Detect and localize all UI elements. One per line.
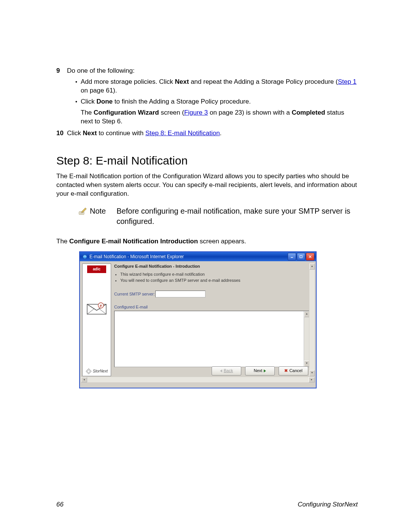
step-list: 9 Do one of the following: • Add more st… <box>56 67 358 138</box>
scroll-up-icon[interactable]: ▴ <box>309 264 315 270</box>
figure3-link[interactable]: Figure 3 <box>184 109 208 116</box>
step-9: 9 Do one of the following: • Add more st… <box>56 67 358 126</box>
maximize-button[interactable] <box>297 253 305 260</box>
section-heading: Step 8: E-mail Notification <box>56 153 358 169</box>
window-title: E-mail Notification - Microsoft Internet… <box>89 254 184 260</box>
scroll-up-icon[interactable]: ▴ <box>304 311 309 317</box>
step-9-bullet-2: • Click Done to finish the Adding a Stor… <box>75 97 358 126</box>
close-button[interactable] <box>306 253 314 260</box>
configured-email-label: Configured E-mail <box>114 304 309 310</box>
arrow-left-icon <box>220 369 222 372</box>
envelope-icon: e <box>86 300 108 316</box>
screenshot-window: E-mail Notification - Microsoft Internet… <box>79 251 317 388</box>
diamond-icon <box>86 368 92 374</box>
configured-email-listbox[interactable]: ▴ ▾ <box>114 311 309 367</box>
window-h-scrollbar[interactable]: ◂ ▸ <box>81 377 315 382</box>
step-9-lead: Do one of the following: <box>67 67 135 74</box>
scroll-left-icon[interactable]: ◂ <box>81 377 87 382</box>
arrow-right-icon <box>264 369 266 372</box>
page-footer: 66 Configuring StorNext <box>56 500 358 509</box>
step-number: 9 <box>56 67 67 126</box>
wizard-intro-bullets: This wizard helps configure e-mail notif… <box>115 272 309 283</box>
window-titlebar: E-mail Notification - Microsoft Internet… <box>80 252 316 261</box>
svg-marker-3 <box>82 208 86 212</box>
step-9-bullet-1: • Add more storage policies. Click Next … <box>75 78 358 95</box>
wizard-bullet: You will need to configure an SMTP serve… <box>120 278 309 283</box>
step-number: 10 <box>56 129 67 138</box>
wizard-content: Configure E-mail Notification - Introduc… <box>114 264 309 376</box>
note-label: Note <box>90 206 106 216</box>
cancel-x-icon: ✖ <box>284 368 288 374</box>
intro-paragraph: The E-mail Notification portion of the C… <box>56 172 358 198</box>
footer-section: Configuring StorNext <box>298 500 358 509</box>
page-number: 66 <box>56 500 64 509</box>
back-button: Back <box>212 366 241 375</box>
note-block: Note Before configuring e-mail notificat… <box>78 206 358 227</box>
step8-link[interactable]: Step 8: E-mail Notification <box>145 129 220 137</box>
stornext-brand: StorNext <box>86 368 108 374</box>
minimize-button[interactable] <box>288 253 296 260</box>
listbox-scrollbar[interactable]: ▴ ▾ <box>304 311 309 367</box>
ie-icon <box>82 254 88 259</box>
svg-rect-7 <box>300 256 302 258</box>
appears-paragraph: The Configure E-mail Notification Introd… <box>56 237 358 246</box>
smtp-label: Current SMTP server: <box>114 291 155 297</box>
step1-link[interactable]: Step 1 <box>338 78 357 85</box>
step-10: 10 Click Next to continue with Step 8: E… <box>56 129 358 138</box>
svg-marker-13 <box>86 369 91 374</box>
note-text: Before configuring e-mail notification, … <box>116 206 358 227</box>
wizard-heading: Configure E-mail Notification - Introduc… <box>114 264 309 269</box>
smtp-input[interactable] <box>155 291 206 297</box>
wizard-bullet: This wizard helps configure e-mail notif… <box>120 272 309 277</box>
window-v-scrollbar[interactable]: ▴ ▾ <box>309 264 315 376</box>
adic-logo: adic <box>87 265 106 273</box>
svg-marker-14 <box>87 370 90 373</box>
pencil-note-icon <box>78 207 87 215</box>
scroll-down-icon[interactable]: ▾ <box>304 361 309 367</box>
svg-point-5 <box>83 255 87 259</box>
next-button[interactable]: Next <box>245 366 275 375</box>
scroll-right-icon[interactable]: ▸ <box>309 377 315 382</box>
cancel-button[interactable]: ✖ Cancel <box>279 366 308 375</box>
wizard-sidebar: adic e StorNext <box>82 264 111 376</box>
svg-text:e: e <box>100 304 102 308</box>
scroll-down-icon[interactable]: ▾ <box>309 370 315 376</box>
